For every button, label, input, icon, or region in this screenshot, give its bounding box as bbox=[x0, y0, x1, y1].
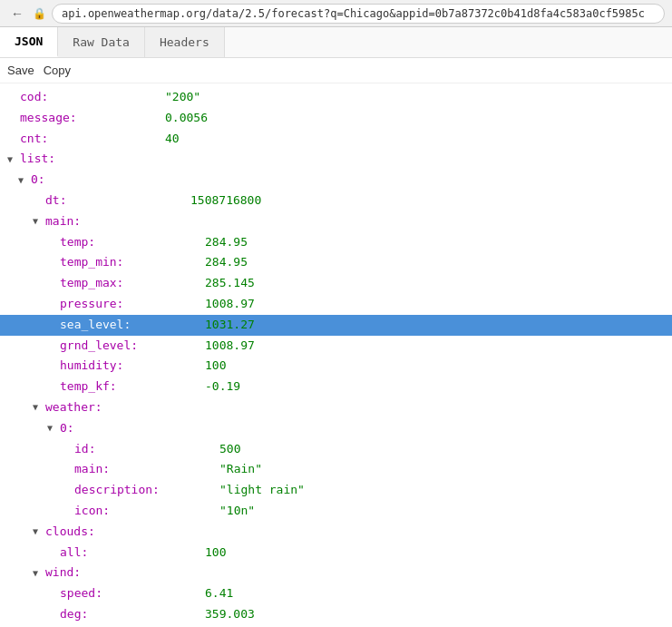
json-key: speed: bbox=[60, 584, 205, 603]
json-value: 500 bbox=[219, 440, 240, 459]
json-key: temp_kf: bbox=[60, 377, 205, 397]
json-row: ▼0: bbox=[0, 418, 672, 439]
json-row: cnt:40 bbox=[0, 129, 672, 150]
json-key: grnd_level: bbox=[60, 337, 205, 356]
json-row: sea_level:1031.27 bbox=[0, 315, 672, 336]
toggle-icon[interactable]: ▼ bbox=[33, 214, 44, 229]
json-key: id: bbox=[74, 440, 219, 459]
json-key: 0: bbox=[31, 171, 176, 190]
json-row: message:0.0056 bbox=[0, 108, 672, 129]
json-value: 100 bbox=[205, 357, 226, 376]
json-row: ▼weather: bbox=[0, 397, 672, 418]
json-value: "200" bbox=[165, 88, 200, 107]
toolbar: Save Copy bbox=[0, 58, 672, 83]
toggle-icon[interactable]: ▼ bbox=[33, 566, 44, 581]
json-value: 1031.27 bbox=[205, 316, 255, 335]
json-value: 1508716800 bbox=[190, 191, 261, 211]
copy-button[interactable]: Copy bbox=[44, 64, 71, 77]
json-key: icon: bbox=[74, 502, 219, 521]
json-row: ▼clouds: bbox=[0, 522, 672, 543]
tab-headers[interactable]: Headers bbox=[145, 27, 225, 57]
json-value: 284.95 bbox=[205, 253, 248, 272]
json-row: temp_kf:-0.19 bbox=[0, 377, 672, 397]
lock-icon: 🔒 bbox=[33, 7, 46, 20]
json-key: dt: bbox=[45, 191, 190, 211]
json-row: description:"light rain" bbox=[0, 480, 672, 501]
json-key: all: bbox=[60, 544, 205, 563]
json-content: cod:"200" message:0.0056 cnt:40▼list:▼0:… bbox=[0, 83, 672, 627]
json-value: -0.19 bbox=[205, 377, 240, 397]
json-value: 1008.97 bbox=[205, 295, 255, 314]
json-key: pressure: bbox=[60, 295, 205, 314]
json-row: deg:359.003 bbox=[0, 604, 672, 625]
json-key: 0: bbox=[60, 419, 205, 438]
json-key: temp: bbox=[60, 233, 205, 252]
json-value: 0.0056 bbox=[165, 109, 208, 128]
url-input[interactable] bbox=[52, 4, 665, 24]
json-key: sea_level: bbox=[60, 316, 205, 335]
json-key: weather: bbox=[45, 398, 190, 417]
json-value: 1008.97 bbox=[205, 337, 255, 356]
toggle-icon[interactable]: ▼ bbox=[18, 173, 29, 188]
json-row: speed:6.41 bbox=[0, 583, 672, 604]
json-key: list: bbox=[20, 150, 165, 169]
tab-raw-data[interactable]: Raw Data bbox=[58, 27, 145, 57]
json-row: id:500 bbox=[0, 439, 672, 460]
json-value: "Rain" bbox=[219, 460, 262, 479]
json-row: humidity:100 bbox=[0, 356, 672, 377]
json-value: 100 bbox=[205, 544, 226, 563]
toggle-icon[interactable]: ▼ bbox=[33, 524, 44, 539]
json-row: all:100 bbox=[0, 543, 672, 563]
json-key: description: bbox=[74, 481, 219, 500]
json-value: "light rain" bbox=[219, 481, 305, 500]
back-button[interactable]: ← bbox=[7, 5, 27, 23]
json-row: main:"Rain" bbox=[0, 459, 672, 480]
tabs-row: JSON Raw Data Headers bbox=[0, 27, 672, 58]
json-value: 40 bbox=[165, 130, 180, 149]
json-row: ▼0: bbox=[0, 170, 672, 191]
json-row: ▼wind: bbox=[0, 563, 672, 583]
tab-json[interactable]: JSON bbox=[0, 27, 58, 57]
json-value: 285.145 bbox=[205, 274, 255, 293]
json-value: "10n" bbox=[219, 502, 255, 521]
json-key: main: bbox=[74, 460, 219, 479]
toggle-icon[interactable]: ▼ bbox=[33, 400, 44, 415]
json-value: 284.95 bbox=[205, 233, 248, 252]
json-row: pressure:1008.97 bbox=[0, 294, 672, 315]
json-key: cod: bbox=[20, 88, 165, 107]
json-key: humidity: bbox=[60, 357, 205, 376]
json-row: icon:"10n" bbox=[0, 501, 672, 522]
json-value: 6.41 bbox=[205, 584, 233, 603]
json-key: cnt: bbox=[20, 130, 165, 149]
json-key: clouds: bbox=[45, 523, 190, 542]
toggle-icon[interactable]: ▼ bbox=[47, 421, 58, 436]
json-key: wind: bbox=[45, 563, 190, 583]
json-row: ▼list: bbox=[0, 149, 672, 170]
json-key: deg: bbox=[60, 605, 205, 624]
json-row: dt:1508716800 bbox=[0, 191, 672, 211]
json-row: temp:284.95 bbox=[0, 232, 672, 253]
json-key: message: bbox=[20, 109, 165, 128]
json-row: cod:"200" bbox=[0, 87, 672, 108]
json-row: temp_max:285.145 bbox=[0, 273, 672, 294]
json-key: temp_min: bbox=[60, 253, 205, 272]
json-row: ▼main: bbox=[0, 211, 672, 232]
save-button[interactable]: Save bbox=[7, 64, 34, 77]
json-key: main: bbox=[45, 212, 190, 231]
address-bar: ← 🔒 bbox=[0, 0, 672, 27]
toggle-icon[interactable]: ▼ bbox=[7, 152, 18, 167]
json-value: 359.003 bbox=[205, 605, 255, 624]
json-key: temp_max: bbox=[60, 274, 205, 293]
json-row: temp_min:284.95 bbox=[0, 252, 672, 273]
json-row: grnd_level:1008.97 bbox=[0, 336, 672, 357]
